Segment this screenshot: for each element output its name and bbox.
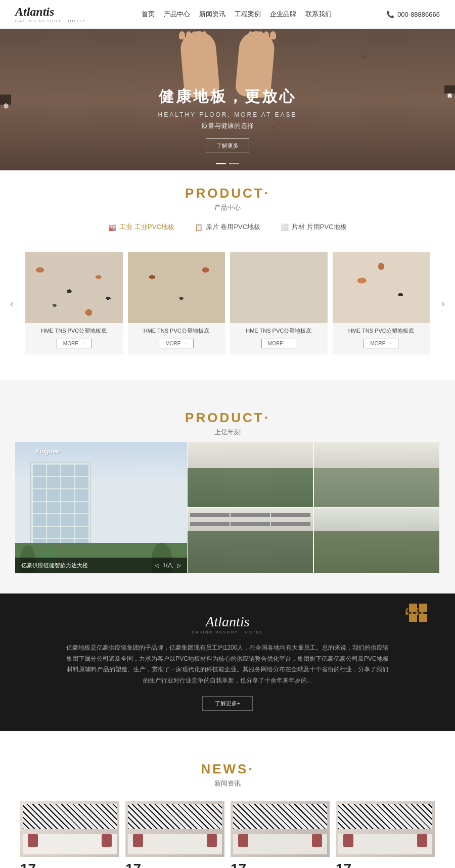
product-more-2: MORE → bbox=[128, 337, 225, 354]
factory-title-en: PRODUCT· bbox=[0, 410, 455, 426]
floor-pattern-news-4 bbox=[338, 804, 432, 829]
news-image-1 bbox=[20, 801, 119, 857]
product-more-button-4[interactable]: MORE → bbox=[363, 339, 398, 348]
floor-pattern-news-2 bbox=[128, 804, 222, 829]
logo-text: Atlantis bbox=[15, 5, 86, 19]
factory-grid: Kingdee 亿豪供应链健智龄力达大楼 ◁ 1/八 ▷ bbox=[15, 442, 440, 573]
factory-thumb-3 bbox=[187, 508, 313, 573]
building-name-label: Kingdee bbox=[35, 448, 59, 455]
phone-number: 000-88886666 bbox=[397, 11, 440, 18]
terrazzo-texture-2 bbox=[128, 252, 225, 323]
product-more-button-1[interactable]: MORE → bbox=[57, 339, 92, 348]
product-more-1: MORE → bbox=[25, 337, 123, 354]
hero-dot-1[interactable] bbox=[216, 163, 226, 164]
news-title-en: NEWS· bbox=[0, 761, 455, 777]
side-share-button[interactable]: 分享 bbox=[0, 95, 11, 105]
hero-desc: 质量与健康的选择 bbox=[158, 121, 297, 130]
factory-caption-text: 亿豪供应链健智龄力达大楼 bbox=[21, 562, 88, 569]
news-date-big-4: 17 bbox=[336, 861, 435, 868]
factory-next-icon[interactable]: ▷ bbox=[177, 562, 181, 569]
product-more-button-3[interactable]: MORE → bbox=[261, 339, 296, 348]
product-card-3: HME TNS PVC公塑地板底 MORE → bbox=[230, 252, 328, 354]
office-room-1 bbox=[188, 442, 313, 507]
product-image-3 bbox=[230, 252, 328, 323]
nav-contact[interactable]: 联系我们 bbox=[305, 10, 332, 19]
nav-products[interactable]: 产品中心 bbox=[164, 10, 190, 19]
factory-caption: 亿豪供应链健智龄力达大楼 ◁ 1/八 ▷ bbox=[15, 558, 187, 573]
nav-news[interactable]: 新闻资讯 bbox=[199, 10, 225, 19]
product-tabs: 🏭 工业 工业PVC地板 📋 原片 卷用PVC地板 ⬜ 片材 片用PVC地板 bbox=[25, 217, 430, 242]
cushion-5 bbox=[238, 834, 248, 847]
building-bg: Kingdee bbox=[15, 442, 187, 573]
news-image-4 bbox=[336, 801, 435, 857]
cushion-7 bbox=[343, 834, 353, 847]
about-logo-text: Atlantis bbox=[30, 614, 425, 630]
logo[interactable]: Atlantis CASINO RESORT · HOTEL bbox=[15, 5, 86, 23]
building-facade bbox=[30, 462, 91, 553]
tab-sheet[interactable]: 📋 原片 卷用PVC地板 bbox=[195, 222, 260, 232]
tile-icon: ⬜ bbox=[281, 223, 289, 231]
factory-section: PRODUCT· 上亿年刻 bbox=[0, 380, 455, 593]
terrazzo-texture-1 bbox=[25, 252, 123, 323]
terrazzo-texture-3 bbox=[230, 252, 328, 323]
tab-industrial[interactable]: 🏭 工业 工业PVC地板 bbox=[108, 222, 174, 232]
about-text: 亿豪地板是亿豪供应链集团的子品牌，亿豪集团现有员工约1200人，在全国各地均有大… bbox=[66, 643, 389, 686]
hero-dot-2[interactable] bbox=[229, 163, 239, 164]
news-section-title: NEWS· 新闻资讯 bbox=[0, 746, 455, 793]
product-name-3: HME TNS PVC公塑地板底 bbox=[230, 323, 328, 337]
news-title-zh: 新闻资讯 bbox=[0, 779, 455, 788]
product-more-4: MORE → bbox=[333, 337, 430, 354]
product-grid-wrap: ‹ HME TNS PVC公塑地板底 MORE → HME TNS PVC公塑地… bbox=[0, 242, 455, 364]
factory-prev-icon[interactable]: ◁ bbox=[155, 562, 159, 569]
about-more-button[interactable]: 了解更多+ bbox=[202, 696, 253, 711]
main-nav: 首页 产品中心 新闻资讯 工程案例 企业品牌 联系我们 bbox=[142, 10, 332, 19]
factory-nav: ◁ 1/八 ▷ bbox=[155, 562, 181, 569]
desk-grid bbox=[188, 508, 313, 531]
floor-pattern-news-3 bbox=[233, 804, 327, 829]
phone-icon: 📞 bbox=[386, 11, 394, 18]
sheet-icon: 📋 bbox=[195, 223, 203, 231]
factory-title-zh: 上亿年刻 bbox=[0, 428, 455, 437]
product-grid: HME TNS PVC公塑地板底 MORE → HME TNS PVC公塑地板底… bbox=[25, 252, 430, 354]
product-image-1 bbox=[25, 252, 123, 323]
news-date-big-2: 17 bbox=[125, 861, 224, 868]
cushion-8 bbox=[417, 834, 427, 847]
nav-brand[interactable]: 企业品牌 bbox=[270, 10, 296, 19]
product-more-3: MORE → bbox=[230, 337, 328, 354]
header: Atlantis CASINO RESORT · HOTEL 首页 产品中心 新… bbox=[0, 0, 455, 29]
news-card-1: 17 2021/04 公家PVC地板的材料来及升华 地板的优美水对选地板，如此选… bbox=[20, 801, 119, 868]
factory-main-image: Kingdee 亿豪供应链健智龄力达大楼 ◁ 1/八 ▷ bbox=[15, 442, 187, 573]
nav-home[interactable]: 首页 bbox=[142, 10, 155, 19]
product-card-4: HME TNS PVC公塑地板底 MORE → bbox=[333, 252, 430, 354]
news-grid: 17 2021/04 公家PVC地板的材料来及升华 地板的优美水对选地板，如此选… bbox=[0, 801, 455, 868]
about-section: ““ Atlantis CASINO RESORT · HOTEL 亿豪地板是亿… bbox=[0, 593, 455, 731]
product-name-2: HME TNS PVC公塑地板底 bbox=[128, 323, 225, 337]
hero-cta-button[interactable]: 了解更多 bbox=[206, 139, 249, 153]
product-image-4 bbox=[333, 252, 430, 323]
product-more-button-2[interactable]: MORE → bbox=[159, 339, 194, 348]
product-next-button[interactable]: › bbox=[441, 298, 445, 309]
news-card-2: 17 2021/04 公家PVC地板的材料来及升华 地板的优美水对选地板，如此选… bbox=[125, 801, 224, 868]
news-date-big-1: 17 bbox=[20, 861, 119, 868]
cushion-2 bbox=[102, 834, 112, 847]
terrazzo-texture-4 bbox=[333, 252, 430, 323]
news-image-3 bbox=[231, 801, 330, 857]
product-name-4: HME TNS PVC公塑地板底 bbox=[333, 323, 430, 337]
product-prev-button[interactable]: ‹ bbox=[10, 298, 14, 309]
cushion-1 bbox=[28, 834, 38, 847]
hero-section: 健康地板，更放心 HEALTHY FLOOR, MORE AT EASE 质量与… bbox=[0, 29, 455, 170]
news-img-bg-1 bbox=[20, 801, 119, 857]
factory-thumbnails bbox=[187, 442, 440, 573]
factory-section-title: PRODUCT· 上亿年刻 bbox=[0, 395, 455, 442]
nav-projects[interactable]: 工程案例 bbox=[235, 10, 261, 19]
office-room-3 bbox=[188, 508, 313, 573]
deco-squares bbox=[409, 604, 427, 622]
side-consult-button[interactable]: 在线咨询 bbox=[444, 85, 455, 94]
product-section: PRODUCT· 产品中心 🏭 工业 工业PVC地板 📋 原片 卷用PVC地板 … bbox=[0, 170, 455, 380]
hero-title: 健康地板，更放心 bbox=[158, 86, 297, 107]
news-img-bg-2 bbox=[125, 801, 224, 857]
tab-tile[interactable]: ⬜ 片材 片用PVC地板 bbox=[281, 222, 346, 232]
news-date-big-3: 17 bbox=[231, 861, 330, 868]
logo-sub: CASINO RESORT · HOTEL bbox=[15, 19, 86, 23]
hero-content: 健康地板，更放心 HEALTHY FLOOR, MORE AT EASE 质量与… bbox=[158, 46, 297, 153]
